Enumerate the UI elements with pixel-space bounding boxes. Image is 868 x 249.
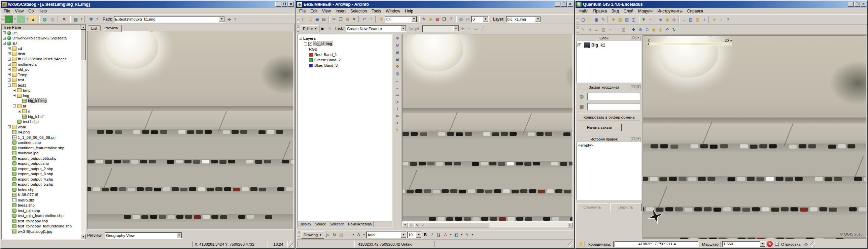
annotation-icon[interactable]: T (718, 16, 724, 23)
menu-item[interactable]: Инструменты (655, 8, 685, 14)
new-map-icon[interactable]: ▢ (301, 16, 307, 23)
dock-close-icon[interactable]: ✕ (636, 36, 641, 40)
menu-item[interactable]: View (320, 8, 333, 14)
disconnect-folder-icon[interactable]: ◍ (49, 16, 57, 23)
dock-close-icon[interactable]: ✕ (636, 137, 641, 141)
menu-item[interactable]: Help (36, 8, 49, 14)
task-combo[interactable]: Create New Feature ▼ (346, 25, 406, 32)
open-project-icon[interactable]: ❏ (587, 16, 593, 23)
whats-this-icon[interactable]: ? (447, 16, 454, 23)
tree-item[interactable]: −test1 (2, 83, 81, 88)
add-to-overview-icon[interactable]: ◈ (657, 16, 664, 23)
coordinate-field-crs[interactable] (587, 93, 640, 100)
save-project-as-icon[interactable]: ✎ (600, 16, 607, 23)
zoom-last-icon[interactable]: ↶ (664, 26, 671, 33)
preview-canvas[interactable] (87, 31, 294, 229)
tree-item[interactable]: big_k1.img (2, 99, 81, 104)
expand-toggle-icon[interactable]: + (8, 52, 11, 55)
separator[interactable] (69, 16, 71, 23)
refresh-view-button[interactable]: ↻ (414, 222, 420, 227)
undo-button[interactable]: Отменить (577, 203, 608, 211)
select-features-icon[interactable]: ▧ (694, 16, 701, 23)
zoom-full-icon[interactable]: ◉ (651, 26, 657, 33)
stop-render-icon[interactable]: ✋ (577, 241, 585, 247)
tree-item[interactable]: teeas.shp (2, 203, 81, 208)
editor-toolbar-icon[interactable]: ✎ (421, 16, 427, 23)
menu-item[interactable]: View (12, 8, 26, 14)
back-icon[interactable]: ← (5, 16, 13, 23)
scrollbar-thumb[interactable] (81, 30, 86, 60)
qgis-titlebar[interactable]: Q Quantum GIS 1.4.0-Enceladus _ ❐ ✕ (576, 1, 867, 8)
zoom-in-icon[interactable]: ⊕ (637, 26, 644, 33)
menu-item[interactable]: File (297, 8, 308, 14)
pan-map-icon[interactable]: ✥ (630, 26, 637, 33)
maximize-button[interactable]: ❐ (282, 2, 287, 7)
menu-item[interactable]: Правка (591, 8, 610, 14)
zoom-to-selection-icon[interactable]: ◎ (657, 26, 664, 33)
layer-visibility-checkbox[interactable]: ✕ (578, 44, 581, 47)
tree-item[interactable]: +o (2, 109, 81, 114)
font-size-combo[interactable]: 10 ▼ (407, 231, 422, 238)
tree-item[interactable]: test_rpjn.shp (2, 208, 81, 213)
bookmark-icon[interactable]: ★ (711, 16, 718, 23)
rotate-tool-icon[interactable]: ⌖ (466, 25, 472, 32)
target-combo[interactable]: ▼ (422, 25, 459, 32)
add-postgis-layer-icon[interactable]: ▥ (624, 16, 630, 23)
separator[interactable] (418, 16, 420, 23)
add-data-icon[interactable]: ✚ (378, 16, 384, 23)
tree-item[interactable]: +bmp (2, 88, 81, 93)
scale-combo[interactable]: 1:560 ▼ (722, 241, 766, 247)
arcmap-titlebar[interactable]: ◆ Безымянный - ArcMap - ArcInfo _ ❐ ✕ (296, 1, 574, 8)
tree-item[interactable]: continent_featuretoline.shp (2, 145, 81, 150)
stop-rendering-icon[interactable]: ✕ (767, 241, 773, 247)
drawing-text-icon[interactable]: A (355, 231, 362, 238)
menu-item[interactable]: Tools (369, 8, 383, 14)
view-mode-icon[interactable]: ▦ (72, 16, 80, 23)
preview-mode-combo[interactable]: Geography View ▼ (105, 232, 182, 239)
hide-all-layers-icon[interactable]: ◎ (671, 16, 677, 23)
arcmap-map-canvas[interactable] (402, 34, 573, 222)
menu-item[interactable]: Edit (308, 8, 320, 14)
toc-tab-Selection[interactable]: Selection (328, 221, 346, 227)
font-combo[interactable]: Arial ▼ (366, 231, 407, 238)
back-extent-icon[interactable]: ← (394, 77, 401, 84)
layer-visibility-checkbox[interactable]: ✓ (308, 42, 312, 46)
dock-float-icon[interactable]: ❐ (631, 137, 636, 141)
select-features-icon[interactable]: ▭ (394, 91, 401, 98)
map-crs-icon[interactable]: ▦ (578, 103, 585, 110)
editor-menu-button[interactable]: Editor ▼ (301, 25, 319, 32)
menu-item[interactable]: File (1, 8, 12, 14)
drawing-text-dropdown[interactable]: ▾ (362, 231, 366, 239)
menu-item[interactable]: Слой (621, 8, 636, 14)
separator[interactable] (678, 16, 680, 23)
drawing-zoombox-icon[interactable]: ▧ (338, 231, 344, 238)
copy-icon[interactable]: ❐ (338, 16, 344, 23)
path-overflow-chevron[interactable]: ▾ (233, 16, 237, 23)
menu-item[interactable]: Help (403, 8, 416, 14)
edit-history-list[interactable]: <empty> (577, 142, 642, 200)
tree-item[interactable]: test1.shp (2, 119, 81, 124)
delete-icon[interactable]: ✕ (351, 16, 358, 23)
coordinates-field[interactable]: 4188269.7,7509211.4 (615, 241, 699, 247)
separator[interactable] (359, 16, 360, 23)
capture-feature-icon[interactable]: ➜ (587, 26, 593, 33)
resize-grip[interactable] (810, 241, 815, 247)
full-extent-icon[interactable]: ◍ (394, 70, 401, 77)
maximize-button[interactable]: ❐ (854, 2, 860, 7)
tree-item[interactable]: continent.shp (2, 140, 81, 145)
zoom-out-icon[interactable]: ⊖ (644, 26, 650, 33)
menu-item[interactable]: Модули (636, 8, 655, 14)
zoom-out-icon[interactable]: ⊖ (394, 42, 401, 49)
redo-icon[interactable]: ↷ (368, 16, 374, 23)
preview-mode-arrow[interactable]: ▼ (176, 233, 182, 238)
toolbar-grip[interactable] (298, 231, 300, 238)
expand-toggle-icon[interactable]: + (8, 58, 11, 61)
toolbar-grip[interactable] (297, 16, 299, 23)
layer-combo[interactable]: big_k1.img ▼ (506, 16, 541, 23)
tree-item[interactable]: test_rpjncopy.shp (2, 218, 81, 224)
expand-toggle-icon[interactable]: + (3, 31, 6, 34)
zoom-in-icon[interactable]: ⊕ (394, 35, 401, 42)
hyperlink-icon[interactable]: ↯ (394, 127, 401, 133)
cut-features-icon[interactable]: ✂ (607, 26, 613, 33)
separator[interactable] (38, 16, 40, 23)
